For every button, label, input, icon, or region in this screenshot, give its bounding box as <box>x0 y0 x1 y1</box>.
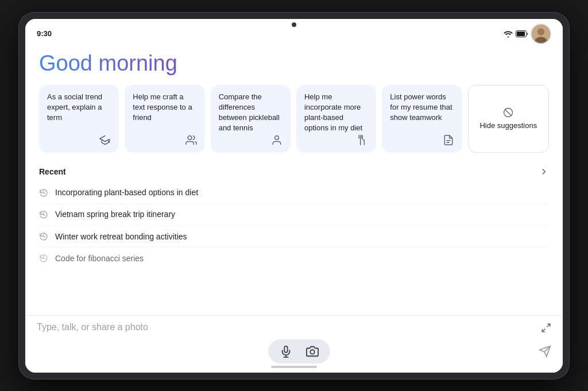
suggestion-text-3: Compare the differences between pickleba… <box>219 92 283 134</box>
input-area: Type, talk, or share a photo <box>25 315 563 373</box>
recent-text-2: Winter work retreat bonding activities <box>55 232 187 241</box>
svg-point-6 <box>275 136 279 140</box>
battery-icon <box>516 30 528 37</box>
recent-item-2[interactable]: Winter work retreat bonding activities <box>39 226 549 247</box>
media-buttons <box>268 339 330 363</box>
svg-rect-1 <box>517 32 525 36</box>
avatar[interactable] <box>531 24 551 44</box>
svg-point-19 <box>310 350 314 354</box>
greeting-title: Good morning <box>39 47 549 76</box>
svg-point-3 <box>537 28 544 35</box>
expand-icon[interactable] <box>541 322 551 334</box>
tablet-frame: 9:30 <box>18 12 570 380</box>
suggestion-card-1[interactable]: As a social trend expert, explain a term <box>39 85 119 153</box>
recent-chevron-icon[interactable] <box>539 167 549 177</box>
microphone-button[interactable] <box>277 343 295 360</box>
utensils-icon <box>357 133 368 145</box>
person-icon <box>271 133 283 145</box>
camera-button[interactable] <box>304 343 321 360</box>
hide-suggestions-card[interactable]: Hide suggestions <box>468 85 549 153</box>
send-button[interactable] <box>539 344 551 358</box>
suggestion-text-4: Help me incorporate more plant-based opt… <box>304 92 368 134</box>
suggestions-row: As a social trend expert, explain a term… <box>39 85 549 153</box>
suggestion-text-1: As a social trend expert, explain a term <box>47 92 111 123</box>
bottom-actions <box>37 339 551 363</box>
history-icon-1 <box>39 210 48 219</box>
hide-label: Hide suggestions <box>479 121 537 130</box>
recent-text-3: Code for fibonacci series <box>55 254 144 263</box>
document-icon <box>443 133 454 145</box>
svg-line-13 <box>505 110 512 116</box>
camera-notch <box>292 22 296 27</box>
recent-item-0[interactable]: Incorporating plant-based options in die… <box>39 181 549 203</box>
recent-header: Recent <box>39 167 549 177</box>
suggestion-card-4[interactable]: Help me incorporate more plant-based opt… <box>296 85 376 153</box>
school-icon <box>99 133 111 145</box>
svg-point-5 <box>188 136 192 140</box>
suggestion-card-3[interactable]: Compare the differences between pickleba… <box>211 85 291 153</box>
recent-item-1[interactable]: Vietnam spring break trip itinerary <box>39 204 549 226</box>
svg-rect-16 <box>284 346 288 352</box>
wifi-icon <box>503 30 513 38</box>
history-icon-3 <box>39 253 48 263</box>
main-content: Good morning As a social trend expert, e… <box>25 47 563 315</box>
recent-text-0: Incorporating plant-based options in die… <box>55 188 198 197</box>
input-field[interactable]: Type, talk, or share a photo <box>37 322 541 332</box>
input-row: Type, talk, or share a photo <box>37 322 551 334</box>
recent-section: Recent Incorpor <box>39 167 549 269</box>
suggestion-text-5: List power words for my resume that show… <box>390 92 454 123</box>
history-icon-0 <box>39 187 48 197</box>
svg-line-14 <box>547 324 550 327</box>
svg-line-15 <box>542 328 545 331</box>
status-time: 9:30 <box>37 29 52 38</box>
recent-title: Recent <box>39 167 66 176</box>
hide-icon <box>503 107 513 118</box>
people-icon <box>185 133 197 145</box>
recent-text-1: Vietnam spring break trip itinerary <box>55 210 175 219</box>
history-icon-2 <box>39 231 48 241</box>
suggestion-text-2: Help me craft a text response to a frien… <box>133 92 196 123</box>
suggestion-card-2[interactable]: Help me craft a text response to a frien… <box>125 85 204 153</box>
suggestion-card-5[interactable]: List power words for my resume that show… <box>382 85 462 153</box>
tablet-screen: 9:30 <box>25 19 563 373</box>
home-indicator <box>271 366 317 368</box>
recent-item-3[interactable]: Code for fibonacci series <box>39 247 549 269</box>
status-icons <box>503 24 551 44</box>
